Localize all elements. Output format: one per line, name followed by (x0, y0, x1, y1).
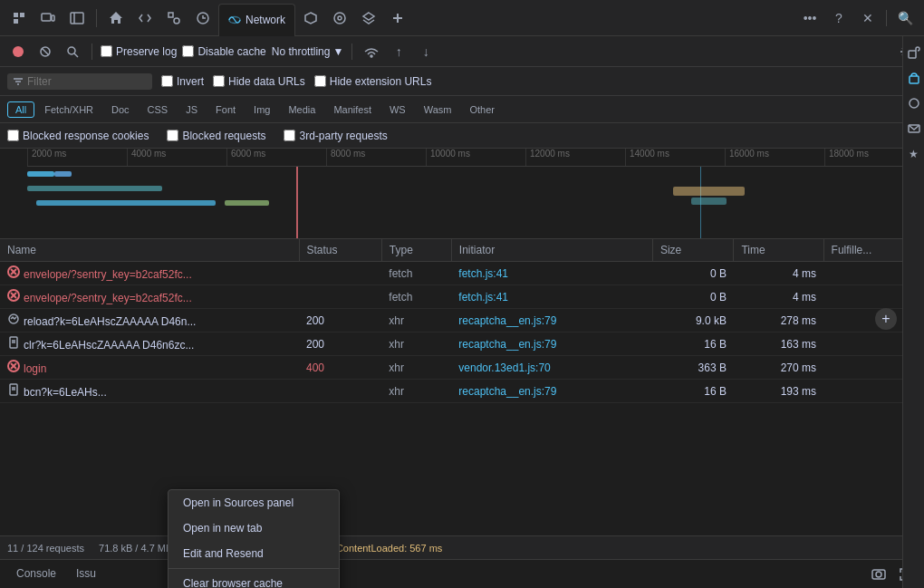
type-tab-css[interactable]: CSS (140, 101, 177, 118)
download-icon[interactable]: ↓ (415, 41, 437, 63)
row-status: 200 (299, 309, 381, 333)
row-type: fetch (381, 262, 451, 285)
row-initiator[interactable]: recaptcha__en.js:79 (451, 333, 652, 356)
issues-tab[interactable]: Issu (67, 564, 105, 585)
col-name[interactable]: Name (0, 239, 299, 262)
table-row[interactable]: login400xhrvendor.13ed1.js:70363 B270 ms (0, 356, 924, 380)
type-tab-doc[interactable]: Doc (103, 101, 138, 118)
svg-point-46 (910, 99, 919, 108)
row-initiator[interactable]: fetch.js:41 (451, 285, 652, 309)
context-menu-separator (168, 568, 339, 569)
table-row[interactable]: envelope/?sentry_key=b2caf52fc...fetchfe… (0, 262, 924, 285)
upload-icon[interactable]: ↑ (388, 41, 409, 63)
blocked-cookies-checkbox[interactable]: Blocked response cookies (7, 130, 149, 142)
search-network-icon[interactable] (62, 41, 83, 63)
marketplace-icon[interactable] (905, 69, 923, 87)
svg-rect-1 (14, 19, 18, 24)
clear-button[interactable] (34, 41, 56, 63)
context-menu-item-open-sources[interactable]: Open in Sources panel (168, 490, 339, 516)
row-name: login (24, 362, 46, 375)
col-size[interactable]: Size (652, 239, 734, 262)
type-tab-ws[interactable]: WS (381, 101, 414, 118)
record-button[interactable] (7, 41, 29, 63)
ruler-mark: 14000 ms (625, 149, 725, 166)
table-row[interactable]: envelope/?sentry_key=b2caf52fc...fetchfe… (0, 285, 924, 309)
col-initiator[interactable]: Initiator (451, 239, 652, 262)
type-tab-font[interactable]: Font (207, 101, 244, 118)
type-tab-wasm[interactable]: Wasm (416, 101, 460, 118)
extensions-icon[interactable] (905, 43, 923, 62)
layers-icon[interactable] (355, 5, 382, 32)
row-name: reload?k=6LeAHscZAAAAA D46n... (24, 315, 196, 328)
type-tab-other[interactable]: Other (461, 101, 503, 118)
console-tab[interactable]: Console (7, 564, 65, 585)
hide-extension-urls-checkbox[interactable]: Hide extension URLs (314, 75, 432, 88)
preserve-log-checkbox[interactable]: Preserve log (101, 45, 177, 58)
screenshot-icon[interactable] (868, 564, 890, 585)
disable-cache-checkbox[interactable]: Disable cache (182, 45, 265, 58)
col-time[interactable]: Time (734, 239, 823, 262)
row-initiator[interactable]: fetch.js:41 (451, 262, 652, 285)
add-network-request-button[interactable]: + (875, 308, 897, 330)
sidebar-toggle-icon[interactable] (63, 5, 91, 32)
col-status[interactable]: Status (299, 239, 381, 262)
svg-line-20 (74, 53, 78, 57)
row-size: 363 B (652, 356, 734, 380)
context-menu-item-edit-resend[interactable]: Edit and Resend (168, 541, 339, 566)
type-tab-js[interactable]: JS (178, 101, 206, 118)
ruler-mark: 16000 ms (725, 149, 824, 166)
svg-rect-4 (52, 15, 54, 21)
plus-icon[interactable] (384, 5, 411, 32)
third-party-checkbox[interactable]: 3rd-party requests (284, 130, 387, 142)
type-tab-img[interactable]: Img (245, 101, 278, 118)
type-tab-media[interactable]: Media (280, 101, 323, 118)
more-menu-icon[interactable]: ••• (796, 5, 823, 32)
type-tab-fetch/xhr[interactable]: Fetch/XHR (36, 101, 101, 118)
ruler-mark: 4000 ms (127, 149, 226, 166)
sources-icon[interactable] (131, 5, 159, 32)
filter-input[interactable] (27, 75, 136, 88)
table-row[interactable]: bcn?k=6LeAHs...xhrrecaptcha__en.js:7916 … (0, 380, 924, 403)
context-menu-item-open-new-tab[interactable]: Open in new tab (168, 516, 339, 541)
home-icon[interactable] (102, 5, 130, 32)
row-name: envelope/?sentry_key=b2caf52fc... (24, 292, 192, 304)
context-menu-item-clear-cache[interactable]: Clear browser cache (168, 571, 339, 588)
blocked-bar: Blocked response cookies Blocked request… (0, 123, 924, 149)
row-type: xhr (381, 380, 451, 403)
throttle-select[interactable]: No throttling ▼ (272, 45, 344, 58)
network-table: Name Status Type Initiator Size Time Ful… (0, 239, 924, 403)
close-devtools-icon[interactable]: ✕ (854, 5, 881, 32)
help-icon[interactable]: ? (825, 5, 852, 32)
timeline-area[interactable]: 2000 ms4000 ms6000 ms8000 ms10000 ms1200… (0, 149, 924, 239)
type-tab-all[interactable]: All (7, 101, 34, 118)
app-icon[interactable] (297, 5, 324, 32)
inspect-icon[interactable] (5, 5, 33, 32)
row-initiator[interactable]: recaptcha__en.js:79 (451, 380, 652, 403)
table-row[interactable]: reload?k=6LeAHscZAAAAA D46n...200xhrreca… (0, 309, 924, 333)
row-initiator[interactable]: recaptcha__en.js:79 (451, 309, 652, 333)
network-tab[interactable]: Network (218, 4, 295, 36)
global-search-icon[interactable]: 🔍 (891, 5, 919, 32)
wifi-icon[interactable] (361, 41, 382, 63)
row-size: 0 B (652, 285, 734, 309)
device-icon[interactable] (34, 5, 62, 32)
throttle-chevron-icon: ▼ (332, 45, 343, 58)
performance-icon[interactable] (189, 5, 217, 32)
table-row[interactable]: clr?k=6LeAHscZAAAAA D46n6zc...200xhrreca… (0, 333, 924, 356)
row-initiator[interactable]: vendor.13ed1.js:70 (451, 356, 652, 380)
row-icon (7, 315, 20, 328)
row-icon (7, 292, 20, 304)
hide-data-urls-checkbox[interactable]: Hide data URLs (213, 75, 305, 88)
mail-sidebar-icon[interactable] (905, 120, 923, 138)
blocked-requests-checkbox[interactable]: Blocked requests (167, 130, 265, 142)
elements-icon[interactable] (160, 5, 188, 32)
ruler-mark: 12000 ms (525, 149, 625, 166)
memory-icon[interactable] (326, 5, 353, 32)
type-tab-manifest[interactable]: Manifest (325, 101, 380, 118)
invert-checkbox[interactable]: Invert (161, 75, 204, 88)
circle-sidebar-icon[interactable] (905, 94, 923, 112)
star-sidebar-icon[interactable]: ★ (905, 145, 923, 163)
blocked-requests-label: Blocked requests (182, 130, 265, 142)
col-type[interactable]: Type (381, 239, 451, 262)
ruler-mark: 8000 ms (326, 149, 426, 166)
